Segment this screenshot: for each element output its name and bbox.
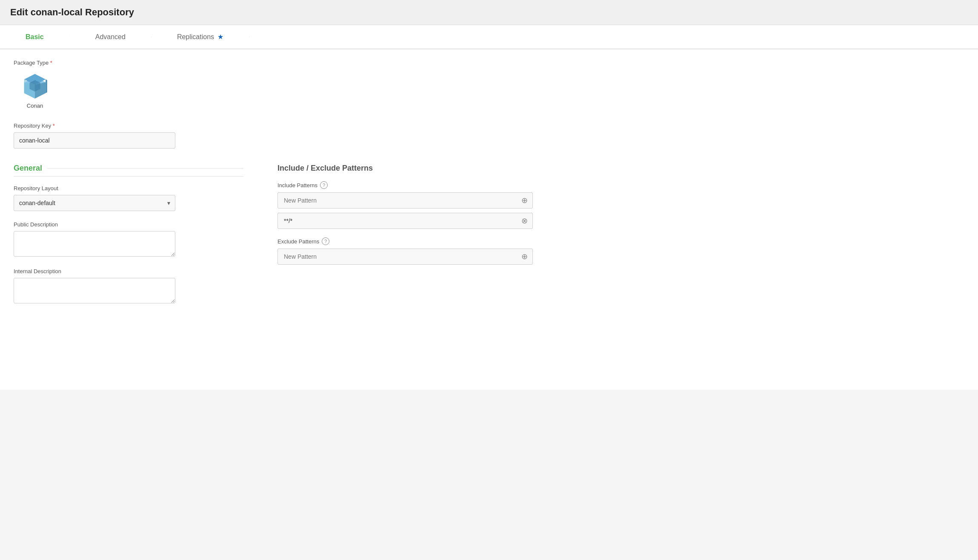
public-desc-group: Public Description bbox=[14, 221, 243, 258]
tabs-bar: Basic Advanced Replications ★ bbox=[0, 25, 978, 49]
include-patterns-label: Include Patterns bbox=[277, 182, 317, 189]
include-remove-pattern-1-button[interactable]: ⊗ bbox=[521, 217, 528, 225]
tab-replications-label: Replications bbox=[177, 33, 214, 41]
repo-key-label: Repository Key bbox=[14, 123, 964, 129]
include-patterns-section: Include Patterns ? ⊕ ⊗ bbox=[277, 181, 533, 229]
tab-basic-label: Basic bbox=[26, 33, 44, 41]
package-type-area: Package Type bbox=[14, 60, 964, 109]
internal-desc-textarea[interactable] bbox=[14, 278, 175, 303]
patterns-section: Include / Exclude Patterns Include Patte… bbox=[277, 164, 533, 315]
main-content: Package Type bbox=[0, 49, 978, 390]
repo-layout-select-wrapper: conan-default simple-default maven-2-def… bbox=[14, 195, 175, 211]
repo-key-input[interactable] bbox=[14, 132, 175, 149]
package-type-label: Package Type bbox=[14, 60, 964, 66]
tab-replications-star: ★ bbox=[217, 33, 223, 41]
public-desc-textarea[interactable] bbox=[14, 231, 175, 257]
include-patterns-help-icon[interactable]: ? bbox=[320, 181, 328, 189]
package-icon-wrapper: Conan bbox=[14, 69, 56, 109]
general-heading: General bbox=[14, 164, 243, 177]
public-desc-label: Public Description bbox=[14, 221, 243, 228]
tab-advanced[interactable]: Advanced bbox=[70, 25, 152, 49]
tab-advanced-label: Advanced bbox=[95, 33, 126, 41]
tab-replications[interactable]: Replications ★ bbox=[152, 25, 249, 49]
include-pattern-1-wrapper: ⊗ bbox=[277, 213, 533, 229]
exclude-new-pattern-wrapper: ⊕ bbox=[277, 249, 533, 265]
repo-key-area: Repository Key bbox=[14, 123, 964, 149]
two-col-layout: General Repository Layout conan-default … bbox=[14, 164, 964, 315]
include-new-pattern-wrapper: ⊕ bbox=[277, 192, 533, 209]
exclude-patterns-help-icon[interactable]: ? bbox=[322, 237, 329, 245]
general-section: General Repository Layout conan-default … bbox=[14, 164, 243, 315]
exclude-patterns-label-row: Exclude Patterns ? bbox=[277, 237, 533, 245]
include-new-pattern-input[interactable] bbox=[277, 192, 533, 209]
exclude-add-pattern-button[interactable]: ⊕ bbox=[521, 253, 528, 260]
conan-icon bbox=[20, 69, 50, 100]
page-title: Edit conan-local Repository bbox=[10, 7, 968, 18]
include-add-pattern-button[interactable]: ⊕ bbox=[521, 197, 528, 204]
include-pattern-1-input[interactable] bbox=[277, 213, 533, 229]
exclude-new-pattern-input[interactable] bbox=[277, 249, 533, 265]
svg-marker-2 bbox=[46, 79, 47, 93]
repo-layout-group: Repository Layout conan-default simple-d… bbox=[14, 185, 243, 211]
tab-basic[interactable]: Basic bbox=[0, 25, 70, 49]
exclude-patterns-section: Exclude Patterns ? ⊕ bbox=[277, 237, 533, 265]
include-patterns-label-row: Include Patterns ? bbox=[277, 181, 533, 189]
package-name: Conan bbox=[27, 103, 43, 109]
repo-layout-label: Repository Layout bbox=[14, 185, 243, 191]
repo-layout-select[interactable]: conan-default simple-default maven-2-def… bbox=[14, 195, 175, 211]
exclude-patterns-label: Exclude Patterns bbox=[277, 238, 319, 245]
patterns-heading: Include / Exclude Patterns bbox=[277, 164, 533, 173]
page-header: Edit conan-local Repository bbox=[0, 0, 978, 25]
internal-desc-group: Internal Description bbox=[14, 268, 243, 305]
internal-desc-label: Internal Description bbox=[14, 268, 243, 274]
